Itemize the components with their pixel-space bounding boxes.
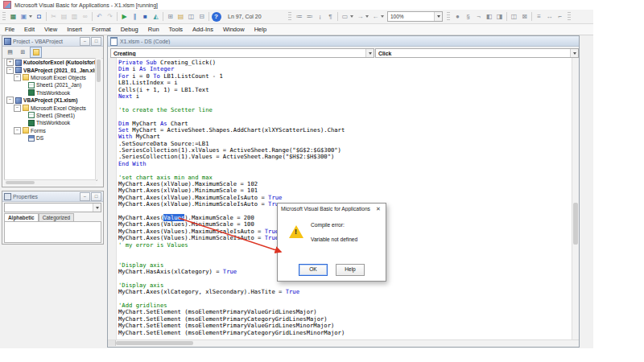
toolbar-drag-handle[interactable]	[288, 12, 291, 21]
last-position-icon[interactable]: ↔	[545, 12, 555, 22]
toolbar-drag-handle[interactable]	[2, 12, 6, 21]
scrollbar-thumb[interactable]	[97, 60, 101, 82]
next-bookmark-icon[interactable]: ◨	[495, 12, 505, 22]
tree-item-ds[interactable]: DS	[5, 134, 97, 142]
help-button[interactable]: Help	[336, 264, 365, 276]
code-editor[interactable]: Private Sub Creating_Click()Dim i As Int…	[108, 58, 579, 341]
scrollbar-thumb[interactable]	[116, 341, 193, 345]
help-icon[interactable]: ?	[212, 12, 221, 22]
project-tree[interactable]: +KutoolsforExcel (KutoolsforExcel.xla−VB…	[4, 58, 97, 181]
panel-minimize-button[interactable]: −	[80, 192, 90, 201]
collapse-icon[interactable]: −	[14, 74, 21, 81]
scrollbar-thumb[interactable]	[573, 203, 578, 245]
list-properties-methods-icon[interactable]: ≔	[295, 12, 304, 22]
tab-categorized[interactable]: Categorized	[39, 213, 74, 221]
bracket-match-icon[interactable]: ⌐	[555, 12, 565, 22]
panel-maximize-button[interactable]: □	[91, 37, 101, 46]
tree-item-microsoft-excel-objects[interactable]: −Microsoft Excel Objects	[5, 74, 97, 81]
menu-run[interactable]: Run	[143, 24, 164, 35]
view-object-button[interactable]: ⊞	[17, 47, 29, 58]
properties-object-dropdown[interactable]	[4, 203, 101, 212]
object-dropdown[interactable]: Creating	[110, 48, 374, 58]
panel-maximize-button[interactable]: □	[91, 192, 101, 201]
collapse-icon[interactable]: −	[6, 97, 14, 104]
menu-debug[interactable]: Debug	[116, 24, 143, 35]
project-tree-vscrollbar[interactable]	[95, 58, 101, 179]
view-code-button[interactable]: ▤	[4, 47, 16, 58]
menu-format[interactable]: Format	[87, 24, 116, 35]
tree-item-thisworkbook[interactable]: ThisWorkbook	[5, 119, 97, 126]
uncomment-block-icon[interactable]: ¬	[474, 12, 484, 22]
tree-item-vbaproject-x1-xlsm[interactable]: −VBAProject (X1.xlsm)	[5, 97, 97, 104]
collapse-icon[interactable]: −	[6, 67, 14, 74]
reset-icon[interactable]: ■	[141, 12, 151, 22]
insert-userform-icon[interactable]: ▣	[19, 12, 29, 22]
paste-icon[interactable]: ▥	[70, 12, 80, 22]
toolbar-drag-handle[interactable]	[568, 12, 571, 21]
menu-insert[interactable]: Insert	[62, 24, 87, 35]
collapse-icon[interactable]: −	[14, 105, 21, 112]
indent-icon[interactable]: →	[356, 12, 365, 22]
copy-icon[interactable]: ▤	[60, 12, 69, 22]
menu-view[interactable]: View	[39, 24, 62, 35]
clear-all-bookmarks-icon[interactable]: ⊠	[520, 12, 530, 22]
find-icon[interactable]: ∞	[80, 12, 90, 22]
chevron-down-icon[interactable]	[434, 12, 442, 21]
toggle-folders-button[interactable]	[30, 47, 42, 58]
scrollbar-thumb[interactable]	[6, 181, 35, 184]
menu-add-ins[interactable]: Add-Ins	[188, 24, 218, 35]
parameter-info-icon[interactable]: ¶	[326, 12, 336, 22]
view-definition-icon[interactable]: ≡	[535, 12, 544, 22]
tree-item-vbaproject-2021-01-jan-xls[interactable]: −VBAProject (2021_01_Jan.xls)	[5, 66, 97, 73]
tree-item-thisworkbook[interactable]: ThisWorkbook	[5, 89, 97, 97]
chevron-down-icon[interactable]	[93, 204, 101, 212]
menu-tools[interactable]: Tools	[164, 24, 188, 35]
redo-icon[interactable]: ↷	[105, 12, 115, 22]
toggle-breakpoint-icon[interactable]: ●	[453, 12, 463, 22]
undo-icon[interactable]: ↶	[95, 12, 105, 22]
properties-window-icon[interactable]: ▤	[176, 12, 186, 22]
project-tree-hscrollbar[interactable]	[4, 179, 96, 185]
menu-window[interactable]: Window	[218, 24, 250, 35]
menu-file[interactable]: File	[0, 24, 19, 35]
splitter-box[interactable]	[108, 340, 116, 346]
cut-icon[interactable]: ✂	[49, 12, 59, 22]
menu-edit[interactable]: Edit	[19, 24, 39, 35]
quick-info-icon[interactable]: ¡	[316, 12, 325, 22]
zoom-combo[interactable]: 100%	[387, 11, 443, 22]
object-browser-icon[interactable]: ◫	[187, 12, 196, 22]
break-icon[interactable]: ∥	[130, 12, 140, 22]
procedure-dropdown[interactable]: Click	[375, 48, 579, 58]
outdent-icon[interactable]: ←	[371, 12, 381, 22]
tree-item-forms[interactable]: −Forms	[5, 127, 97, 134]
chevron-down-icon[interactable]	[570, 49, 578, 57]
previous-bookmark-icon[interactable]: ◫	[510, 12, 519, 22]
insert-userform-dropdown-arrow-icon[interactable]	[29, 15, 32, 18]
tree-item-microsoft-excel-objects[interactable]: −Microsoft Excel Objects	[5, 104, 97, 111]
complete-word-dropdown-arrow-icon[interactable]	[350, 15, 353, 18]
expand-icon[interactable]: +	[6, 59, 14, 66]
toggle-bookmark-icon[interactable]: ◧	[485, 12, 494, 22]
tree-item-sheet1-sheet1[interactable]: Sheet1 (Sheet1)	[5, 112, 97, 119]
design-mode-icon[interactable]: ◭	[151, 12, 161, 22]
project-panel-titlebar[interactable]: Project - VBAProject − □	[2, 36, 103, 47]
properties-panel-titlebar[interactable]: Properties − □	[2, 191, 103, 202]
properties-list[interactable]	[4, 221, 101, 243]
code-hscrollbar[interactable]	[108, 339, 579, 347]
dialog-titlebar[interactable]: Microsoft Visual Basic for Applications …	[278, 204, 386, 214]
close-icon[interactable]: ✕	[374, 206, 382, 212]
ok-button[interactable]: OK	[299, 264, 328, 276]
comment-block-icon[interactable]: §	[464, 12, 473, 22]
collapse-icon[interactable]: −	[14, 127, 21, 134]
indent-dropdown-arrow-icon[interactable]	[365, 15, 369, 18]
view-microsoft-excel-icon[interactable]: ▦	[9, 12, 19, 22]
complete-word-icon[interactable]: ▭	[341, 12, 350, 22]
tree-item-sheet1-2021-jan[interactable]: Sheet1 (2021_Jan)	[5, 81, 97, 88]
code-vscrollbar[interactable]	[572, 58, 579, 341]
tab-alphabetic[interactable]: Alphabetic	[4, 213, 39, 221]
run-icon[interactable]: ▶	[120, 12, 130, 22]
chevron-down-icon[interactable]	[365, 49, 374, 57]
menu-help[interactable]: Help	[250, 24, 271, 35]
panel-minimize-button[interactable]: −	[80, 37, 90, 46]
toolbar-drag-handle[interactable]	[447, 12, 450, 21]
